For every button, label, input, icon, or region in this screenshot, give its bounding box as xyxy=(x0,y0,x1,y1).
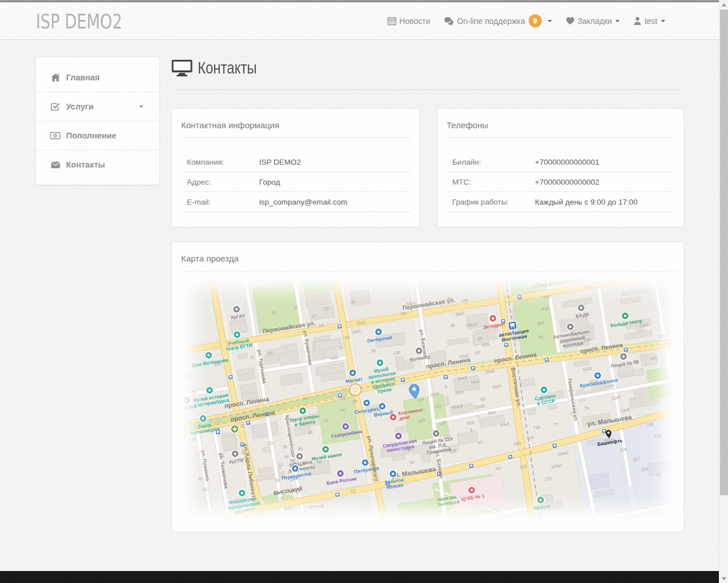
svg-text:60: 60 xyxy=(400,311,406,316)
table-row: Компания: ISP DEMO2 xyxy=(181,152,410,172)
row-label: График работы: xyxy=(447,192,535,212)
svg-text:107А: 107А xyxy=(667,341,674,348)
city-map-svg: 2324155Б171938А222464А64263013065к269/26… xyxy=(181,277,674,521)
scrollbar-up-button[interactable] xyxy=(719,0,728,9)
svg-text:88А: 88А xyxy=(668,422,674,428)
page-title: Контакты xyxy=(198,58,257,78)
svg-text:91: 91 xyxy=(538,334,544,340)
svg-text:12: 12 xyxy=(278,462,284,467)
envelope-icon xyxy=(50,161,60,169)
nav-item-user[interactable]: test xyxy=(627,17,668,26)
nav-item-label: test xyxy=(644,17,657,26)
sidebar-item-home[interactable]: Главная xyxy=(36,63,159,92)
sidebar-item-services[interactable]: Услуги xyxy=(36,92,159,121)
svg-text:23: 23 xyxy=(271,310,277,316)
desktop-icon xyxy=(171,59,193,77)
info-panels-row: Контактная информация Компания: ISP DEMO… xyxy=(171,108,684,227)
support-count-badge: 9 xyxy=(529,14,542,27)
map-panel: Карта проезда 2324155Б171938А222464А6426… xyxy=(171,242,684,532)
svg-text:17: 17 xyxy=(311,313,317,319)
contact-info-panel: Контактная информация Компания: ISP DEMO… xyxy=(171,108,420,227)
row-value: +70000000000001 xyxy=(535,152,674,172)
chevron-down-icon xyxy=(139,105,144,108)
sidebar-item-label: Главная xyxy=(66,73,100,82)
top-strip xyxy=(0,0,719,2)
panel-title: Контактная информация xyxy=(172,109,419,137)
svg-text:44: 44 xyxy=(340,407,345,413)
svg-text:32: 32 xyxy=(240,423,246,429)
svg-text:98: 98 xyxy=(409,459,415,465)
svg-text:38: 38 xyxy=(282,444,288,450)
comments-icon xyxy=(444,17,454,26)
chevron-down-icon xyxy=(547,20,552,22)
route-map[interactable]: 2324155Б171938А222464А64263013065к269/26… xyxy=(181,277,674,521)
divider xyxy=(181,137,410,138)
svg-text:30: 30 xyxy=(371,348,377,353)
check-square-icon xyxy=(50,102,60,111)
app-window: ISP DEMO2 Новости On-line поддержка 9 xyxy=(0,0,728,583)
sidebar-item-label: Пополнение xyxy=(66,131,116,140)
nav-item-label: Новости xyxy=(399,17,430,26)
svg-text:24: 24 xyxy=(267,350,273,356)
sidebar-item-contacts[interactable]: Контакты xyxy=(36,150,159,179)
nav-item-online-support[interactable]: On-line поддержка 9 xyxy=(437,14,559,27)
chevron-down-icon xyxy=(615,20,620,22)
row-value: +70000000000002 xyxy=(535,172,674,192)
table-row: График работы: Каждый день с 9:00 до 17:… xyxy=(447,192,674,212)
divider xyxy=(181,271,674,271)
scrollbar-thumb[interactable] xyxy=(720,10,728,495)
svg-text:41: 41 xyxy=(202,487,208,492)
contact-info-table: Компания: ISP DEMO2 Адрес: Город E-mail:… xyxy=(181,152,410,212)
row-label: Компания: xyxy=(181,152,259,172)
svg-text:16: 16 xyxy=(275,478,280,483)
brand-logo[interactable]: ISP DEMO2 xyxy=(36,10,122,33)
svg-text:5Б: 5Б xyxy=(350,299,356,305)
nav-item-label: On-line поддержка xyxy=(457,17,525,26)
svg-text:79: 79 xyxy=(584,405,590,411)
row-label: Адрес: xyxy=(181,172,259,192)
sidebar-item-label: Услуги xyxy=(66,102,93,111)
svg-text:85: 85 xyxy=(531,284,537,290)
nav-item-news[interactable]: Новости xyxy=(381,17,437,26)
row-label: МТС: xyxy=(447,172,535,192)
row-value: isp_company@email.com xyxy=(259,192,410,212)
svg-text:16: 16 xyxy=(279,495,284,501)
svg-text:24: 24 xyxy=(292,305,298,311)
header-divider xyxy=(171,89,684,90)
phones-panel: Телефоны Билайн: +70000000000001 МТС: +7… xyxy=(437,108,684,227)
svg-text:49: 49 xyxy=(284,454,289,460)
phones-table: Билайн: +70000000000001 МТС: +7000000000… xyxy=(447,152,674,212)
sidebar: Главная Услуги Пополнение Контакты xyxy=(35,56,160,185)
navbar-menu: Новости On-line поддержка 9 Закладки xyxy=(381,2,668,39)
nav-item-label: Закладки xyxy=(578,17,612,26)
table-row: E-mail: isp_company@email.com xyxy=(181,192,410,212)
heart-icon xyxy=(566,17,575,25)
svg-text:33: 33 xyxy=(190,389,196,395)
svg-text:19: 19 xyxy=(318,323,324,328)
page-scrollbar[interactable] xyxy=(719,0,728,583)
svg-text:90: 90 xyxy=(496,466,501,471)
panel-title: Телефоны xyxy=(437,109,684,137)
scroll-down-icon xyxy=(722,577,726,580)
user-icon xyxy=(633,17,641,25)
svg-text:64: 64 xyxy=(345,335,350,340)
chevron-down-icon xyxy=(661,20,665,22)
panel-title: Карта проезда xyxy=(172,242,684,271)
main-content: Контакты Контактная информация Компания:… xyxy=(171,56,684,532)
calendar-icon xyxy=(387,17,396,26)
sidebar-item-topup[interactable]: Пополнение xyxy=(36,121,159,150)
svg-text:40: 40 xyxy=(308,430,313,435)
svg-text:23: 23 xyxy=(268,441,273,446)
divider xyxy=(447,137,674,138)
svg-text:15: 15 xyxy=(324,305,329,311)
row-value: Город xyxy=(259,172,410,192)
scrollbar-down-button[interactable] xyxy=(719,574,728,583)
svg-text:77: 77 xyxy=(553,422,559,427)
footer-bar xyxy=(0,571,719,583)
svg-text:83: 83 xyxy=(475,350,481,356)
page-header: Контакты xyxy=(171,56,684,79)
svg-text:31: 31 xyxy=(672,466,674,472)
nav-item-bookmarks[interactable]: Закладки xyxy=(559,17,627,26)
table-row: МТС: +70000000000002 xyxy=(447,172,674,192)
money-icon xyxy=(50,132,60,140)
